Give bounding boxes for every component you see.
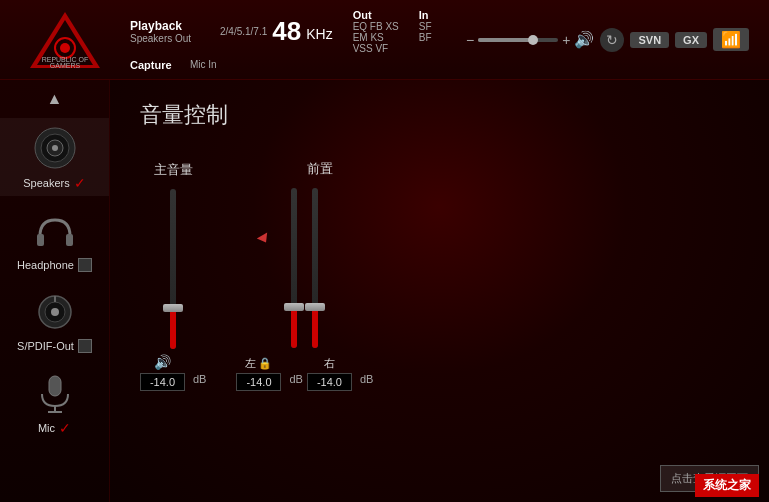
content-title: 音量控制 (140, 100, 739, 130)
master-fader-handle[interactable] (163, 304, 183, 312)
master-fader-fill (170, 309, 176, 349)
front-right-sublabel: 右 (324, 357, 335, 369)
refresh-icon: ↻ (606, 32, 618, 48)
syszhijia-badge: 系统之家 (695, 474, 759, 497)
svg-rect-11 (66, 234, 73, 246)
sidebar-item-mic[interactable]: Mic ✓ (0, 363, 109, 441)
sidebar-item-headphone[interactable]: Headphone (0, 201, 109, 277)
headphone-label: Headphone (17, 258, 92, 272)
top-bar-info: Playback Speakers Out 2/4/5.1/7.1 48 KHz… (120, 1, 456, 79)
mic-label: Mic ✓ (38, 420, 71, 436)
spdif-icon-area (30, 287, 80, 337)
front-right-sublabel-row: 右 (324, 353, 335, 371)
front-volume-label: 前置 (307, 160, 333, 178)
front-left-sublabel: 左 (245, 356, 256, 371)
content-area: 音量控制 主音量 🔊 (110, 80, 769, 502)
volume-slider[interactable] (478, 38, 558, 42)
sample-rate-unit: KHz (306, 26, 332, 42)
master-fader-row (170, 189, 176, 349)
sidebar-up-arrow[interactable]: ▲ (47, 90, 63, 108)
wifi-icon: 📶 (721, 31, 741, 48)
mic-check: ✓ (59, 420, 71, 436)
wifi-button[interactable]: 📶 (713, 28, 749, 51)
front-right-unit: dB (360, 373, 373, 385)
front-left-col: 左 🔒 -14.0 (236, 356, 281, 391)
mic-icon-area (30, 368, 80, 418)
front-left-value: -14.0 (246, 376, 271, 388)
front-fader-row (291, 188, 318, 348)
master-fader-track[interactable] (170, 189, 176, 349)
front-right-handle[interactable] (305, 303, 325, 311)
sidebar: ▲ Speakers ✓ (0, 80, 110, 502)
out-items: EQ FB XS (353, 21, 399, 32)
refresh-button[interactable]: ↻ (600, 28, 624, 52)
in-label: In (419, 9, 432, 21)
volume-slider-handle[interactable] (528, 35, 538, 45)
top-right-controls: − + 🔊 ↻ SVN GX 📶 (456, 23, 759, 57)
headphone-icon-area (30, 206, 80, 256)
mic-in-label: Mic In (190, 59, 217, 70)
svg-text:GAMERS: GAMERS (50, 62, 81, 69)
mic-text: Mic (38, 422, 55, 434)
sidebar-item-speakers[interactable]: Speakers ✓ (0, 118, 109, 196)
playback-labels: Playback Speakers Out (130, 19, 220, 44)
front-fader-bottom: 左 🔒 -14.0 dB 右 -14.0 (236, 353, 373, 391)
volume-slider-fill (478, 38, 530, 42)
master-speaker-icon: 🔊 (154, 354, 171, 370)
svg-rect-10 (37, 234, 44, 246)
svg-point-9 (52, 145, 58, 151)
speakers-text: Speakers (23, 177, 69, 189)
master-volume-label: 主音量 (154, 161, 193, 179)
in-items2: BF (419, 32, 432, 43)
svg-point-3 (60, 43, 70, 53)
top-bar: REPUBLIC OF GAMERS Playback Speakers Out… (0, 0, 769, 80)
headphone-text: Headphone (17, 259, 74, 271)
master-volume-section: 主音量 🔊 -14.0 (140, 161, 206, 391)
front-left-track[interactable] (291, 188, 297, 348)
sample-rate-section: 2/4/5.1/7.1 48 KHz (220, 18, 333, 44)
svg-point-14 (51, 308, 59, 316)
master-fader[interactable] (170, 189, 176, 349)
speakers-check: ✓ (74, 175, 86, 191)
speakers-label: Speakers ✓ (23, 175, 85, 191)
spdif-checkbox (78, 339, 92, 353)
front-right-value: -14.0 (317, 376, 342, 388)
syszhijia-text: 系统之家 (703, 478, 751, 492)
headphone-checkbox (78, 258, 92, 272)
out-items3: VSS VF (353, 43, 399, 54)
front-left-value-box: -14.0 (236, 373, 281, 391)
master-unit: dB (193, 373, 206, 385)
vol-plus-icon: + (562, 32, 570, 48)
in-items: SF (419, 21, 432, 32)
master-fader-bottom: 🔊 -14.0 dB (140, 354, 206, 391)
out-label: Out (353, 9, 399, 21)
front-left-fader[interactable] (291, 188, 297, 348)
spdif-label: S/PDIF-Out (17, 339, 92, 353)
front-right-fader[interactable] (312, 188, 318, 348)
speakers-icon (30, 123, 80, 173)
master-value: -14.0 (150, 376, 175, 388)
gx-button[interactable]: GX (675, 32, 707, 48)
capture-label: Capture (130, 59, 185, 71)
in-group: In SF BF (419, 9, 432, 54)
main-area: ▲ Speakers ✓ (0, 80, 769, 502)
lock-icon: 🔒 (258, 357, 272, 370)
front-volume-section: 前置 (236, 160, 373, 391)
spdif-text: S/PDIF-Out (17, 340, 74, 352)
front-right-track[interactable] (312, 188, 318, 348)
sample-rate-prefix: 2/4/5.1/7.1 (220, 26, 267, 37)
front-left-handle[interactable] (284, 303, 304, 311)
volume-slider-area[interactable]: − + 🔊 (466, 30, 594, 49)
logo-area: REPUBLIC OF GAMERS (10, 0, 120, 80)
front-right-col: 右 -14.0 (307, 353, 352, 391)
front-left-unit: dB (289, 373, 302, 385)
speaker-vol-icon: 🔊 (574, 30, 594, 49)
sidebar-item-spdif[interactable]: S/PDIF-Out (0, 282, 109, 358)
master-value-col: 🔊 -14.0 (140, 354, 185, 391)
vol-minus-icon: − (466, 32, 474, 48)
svg-rect-16 (49, 376, 61, 396)
master-value-box: -14.0 (140, 373, 185, 391)
speakers-out-label: Speakers Out (130, 33, 220, 44)
out-in-section: Out EQ FB XS EM KS VSS VF In SF BF (353, 9, 432, 54)
svn-button[interactable]: SVN (630, 32, 669, 48)
